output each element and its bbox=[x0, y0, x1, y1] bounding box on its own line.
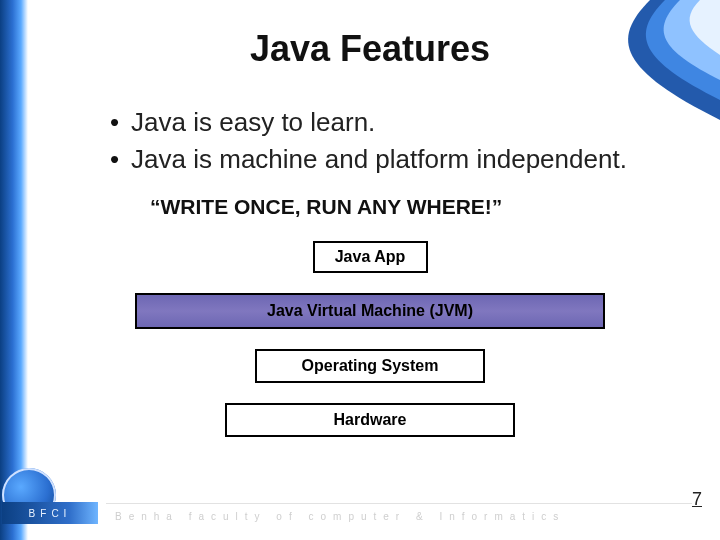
slide: Java Features Java is easy to learn. Jav… bbox=[0, 0, 720, 540]
page-number: 7 bbox=[692, 489, 702, 510]
left-stripe-decoration bbox=[0, 0, 28, 540]
bullet-list: Java is easy to learn. Java is machine a… bbox=[110, 106, 680, 175]
stack-box-jvm: Java Virtual Machine (JVM) bbox=[135, 293, 605, 329]
stack-box-os: Operating System bbox=[255, 349, 485, 383]
slogan-text: “WRITE ONCE, RUN ANY WHERE!” bbox=[150, 195, 680, 219]
footer-caption: Benha faculty of computer & Informatics bbox=[115, 511, 680, 522]
architecture-stack: Java App Java Virtual Machine (JVM) Oper… bbox=[60, 241, 680, 437]
bullet-item: Java is easy to learn. bbox=[110, 106, 680, 139]
footer: BFCI Benha faculty of computer & Informa… bbox=[0, 480, 720, 524]
stack-box-hardware: Hardware bbox=[225, 403, 515, 437]
footer-acronym: BFCI bbox=[2, 502, 98, 524]
bullet-item: Java is machine and platform independent… bbox=[110, 143, 680, 176]
footer-divider bbox=[106, 503, 692, 504]
stack-box-java-app: Java App bbox=[313, 241, 428, 273]
slide-title: Java Features bbox=[60, 28, 680, 70]
content-area: Java Features Java is easy to learn. Jav… bbox=[60, 20, 680, 480]
